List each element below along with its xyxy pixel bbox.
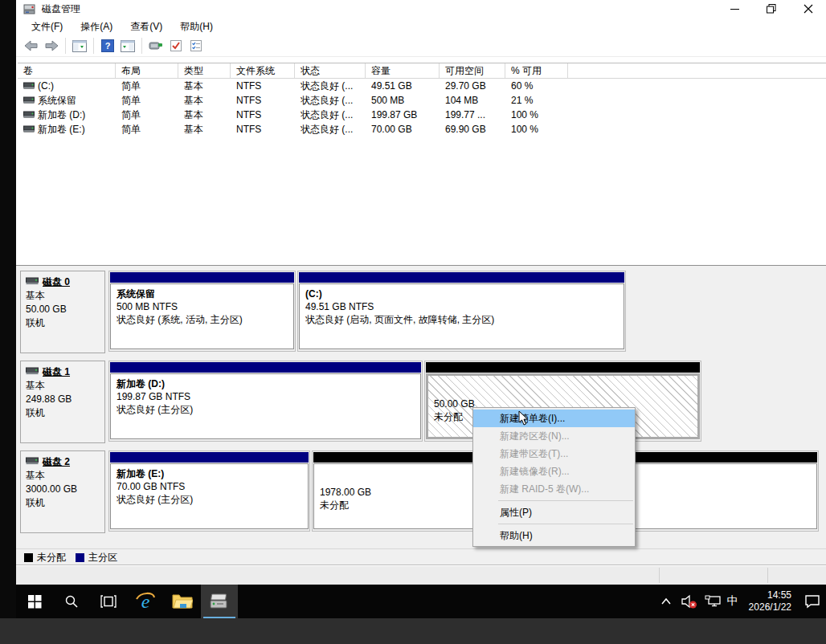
network-icon[interactable] — [704, 589, 722, 613]
column-header-2[interactable]: 类型 — [178, 63, 231, 78]
toolbar-separator — [93, 38, 94, 54]
partition-title: 系统保留 — [117, 287, 288, 300]
taskbar: e 中 14:55 2026/1/22 — [16, 585, 826, 618]
volume-list-rows: (C:)简单基本NTFS状态良好 (...49.51 GB29.70 GB60 … — [18, 79, 826, 137]
disk-row-1: 磁盘 1基本249.88 GB联机新加卷 (D:)199.87 GB NTFS状… — [16, 361, 826, 443]
hidden-icons-chevron[interactable] — [657, 589, 675, 613]
internet-explorer-icon[interactable]: e — [127, 585, 164, 618]
disk-icon — [26, 365, 39, 379]
file-explorer-icon[interactable] — [164, 585, 201, 618]
back-icon[interactable] — [23, 38, 39, 54]
volume-cell-free: 104 MB — [440, 95, 505, 106]
partition-volume[interactable]: 系统保留500 MB NTFS状态良好 (系统, 活动, 主分区) — [108, 271, 296, 352]
disk-name: 磁盘 0 — [43, 275, 70, 289]
partition-volume[interactable]: (C:)49.51 GB NTFS状态良好 (启动, 页面文件, 故障转储, 主… — [297, 271, 626, 352]
check-document-icon[interactable] — [168, 38, 184, 54]
menu-bar: 文件(F)操作(A)查看(V)帮助(H) — [16, 18, 826, 35]
menu-item-3[interactable]: 帮助(H) — [171, 18, 222, 36]
restore-button[interactable] — [765, 2, 778, 15]
column-header-1[interactable]: 布局 — [116, 63, 178, 78]
volume-muted-icon[interactable] — [681, 589, 698, 613]
volume-row[interactable]: 新加卷 (D:)简单基本NTFS状态良好 (...199.87 GB199.77… — [18, 108, 826, 122]
volume-name: 新加卷 (E:) — [38, 123, 85, 137]
show-console-tree-icon[interactable] — [72, 38, 88, 54]
partition-body[interactable]: 系统保留500 MB NTFS状态良好 (系统, 活动, 主分区) — [110, 283, 294, 349]
partition-volume[interactable]: 新加卷 (D:)199.87 GB NTFS状态良好 (主分区) — [108, 361, 423, 442]
menu-item-0[interactable]: 文件(F) — [22, 18, 72, 36]
column-header-0[interactable]: 卷 — [18, 63, 116, 78]
menu-item-1[interactable]: 操作(A) — [72, 18, 121, 36]
partition-size: 199.87 GB NTFS — [117, 390, 415, 403]
disk-title-line: 磁盘 1 — [26, 365, 100, 379]
partition-color-bar — [110, 452, 309, 463]
volume-cell-type: 基本 — [178, 108, 231, 122]
task-view-icon[interactable] — [90, 585, 127, 618]
disk-status: 联机 — [26, 316, 100, 330]
context-menu-item-0[interactable]: 新建简单卷(I)... — [473, 410, 635, 427]
context-menu-item-4: 新建 RAID-5 卷(W)... — [473, 480, 635, 498]
task-list-icon[interactable] — [188, 38, 204, 54]
menu-item-2[interactable]: 查看(V) — [121, 18, 171, 36]
partition-volume[interactable]: 新加卷 (E:)70.00 GB NTFS状态良好 (主分区) — [108, 450, 310, 532]
disk-info-2[interactable]: 磁盘 2基本3000.00 GB联机 — [20, 450, 105, 533]
column-header-7[interactable]: % 可用 — [505, 63, 568, 78]
partition-body[interactable]: 新加卷 (D:)199.87 GB NTFS状态良好 (主分区) — [110, 373, 421, 439]
taskbar-clock[interactable]: 14:55 2026/1/22 — [749, 589, 791, 613]
legend-bar: 未分配主分区 — [16, 548, 826, 566]
volume-cell-status: 状态良好 (... — [295, 94, 366, 108]
column-header-4[interactable]: 状态 — [295, 63, 366, 78]
band-divider — [659, 568, 660, 583]
volume-name-cell: (C:) — [18, 80, 116, 92]
volume-name-cell: 系统保留 — [18, 94, 116, 108]
close-button[interactable] — [802, 2, 815, 15]
context-menu: 新建简单卷(I)...新建跨区卷(N)...新建带区卷(T)...新建镜像卷(R… — [472, 407, 636, 547]
context-menu-item-6[interactable]: 属性(P) — [473, 503, 635, 521]
context-menu-separator — [498, 500, 633, 501]
disk-status: 联机 — [26, 406, 100, 420]
disk-management-app-icon — [23, 4, 35, 14]
disk-row-0: 磁盘 0基本50.00 GB联机系统保留500 MB NTFS状态良好 (系统,… — [16, 271, 826, 353]
column-header-5[interactable]: 容量 — [366, 63, 440, 78]
partition-body[interactable]: (C:)49.51 GB NTFS状态良好 (启动, 页面文件, 故障转储, 主… — [299, 283, 624, 349]
partition-status: 状态良好 (主分区) — [117, 493, 302, 506]
volume-cell-free: 69.90 GB — [440, 124, 505, 135]
context-menu-separator — [498, 524, 633, 524]
partition-title: (C:) — [305, 287, 618, 300]
volume-row[interactable]: 新加卷 (E:)简单基本NTFS状态良好 (...70.00 GB69.90 G… — [18, 122, 826, 137]
clock-time: 14:55 — [749, 589, 791, 601]
partition-status: 状态良好 (系统, 活动, 主分区) — [117, 313, 288, 326]
disk-type: 基本 — [26, 379, 100, 393]
volume-row[interactable]: (C:)简单基本NTFS状态良好 (...49.51 GB29.70 GB60 … — [18, 79, 826, 93]
action-center-icon[interactable] — [804, 589, 821, 613]
partition-color-bar — [110, 362, 421, 373]
volume-row[interactable]: 系统保留简单基本NTFS状态良好 (...500 MB104 MB21 % — [18, 93, 826, 108]
start-button[interactable] — [16, 585, 53, 618]
volume-icon — [23, 80, 35, 92]
partition-color-bar — [110, 272, 294, 283]
disk-info-1[interactable]: 磁盘 1基本249.88 GB联机 — [20, 361, 105, 443]
context-menu-item-2: 新建带区卷(T)... — [473, 445, 635, 463]
legend-label: 主分区 — [88, 551, 117, 565]
volume-cell-capacity: 70.00 GB — [366, 124, 440, 135]
svg-text:?: ? — [105, 41, 111, 51]
volume-cell-layout: 简单 — [116, 108, 178, 122]
legend-item-1: 主分区 — [76, 551, 117, 565]
partition-body[interactable]: 新加卷 (E:)70.00 GB NTFS状态良好 (主分区) — [110, 463, 309, 529]
disk-management-window: 磁盘管理 文件(F)操作(A)查看(V)帮助(H) ? 卷布局类型文件系统状态容… — [16, 0, 826, 585]
ime-language-indicator[interactable]: 中 — [727, 594, 738, 609]
column-header-6[interactable]: 可用空间 — [440, 63, 505, 78]
column-header-3[interactable]: 文件系统 — [231, 63, 295, 78]
legend-swatch — [24, 553, 33, 562]
disk-info-0[interactable]: 磁盘 0基本50.00 GB联机 — [20, 271, 105, 353]
forward-icon[interactable] — [43, 38, 59, 54]
console-icon[interactable] — [148, 38, 164, 54]
disk-management-taskbar-icon[interactable] — [201, 585, 238, 618]
show-action-pane-icon[interactable] — [120, 38, 136, 54]
minimize-button[interactable] — [728, 2, 741, 15]
volume-icon — [23, 124, 35, 135]
context-menu-item-8[interactable]: 帮助(H) — [473, 527, 635, 544]
search-icon[interactable] — [53, 585, 90, 618]
volume-cell-status: 状态良好 (... — [295, 108, 366, 122]
volume-cell-free: 29.70 GB — [440, 80, 505, 92]
help-icon[interactable]: ? — [100, 38, 116, 54]
